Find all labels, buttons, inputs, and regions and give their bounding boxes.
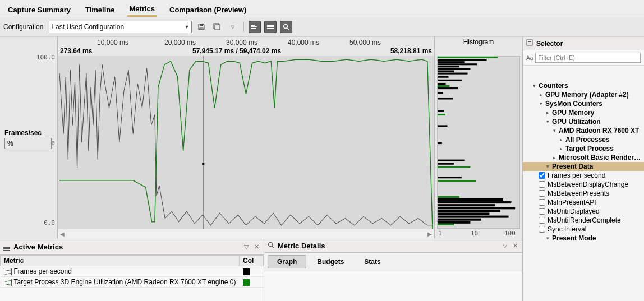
frames-label: Frames/sec xyxy=(4,128,52,138)
plot-zone[interactable]: 10,000 ms 20,000 ms 30,000 ms 40,000 ms … xyxy=(57,37,435,239)
svg-rect-28 xyxy=(438,201,511,203)
svg-rect-1 xyxy=(200,24,203,26)
tree-item-present-mode[interactable]: ▾Present Mode xyxy=(523,234,644,243)
hist-tick: 100 xyxy=(504,230,516,237)
histogram-canvas[interactable] xyxy=(437,56,520,229)
tree-item-sync-interval[interactable]: Sync Interval xyxy=(523,225,644,234)
table-row[interactable]: Target Process 3D Engine Utilization (AM… xyxy=(1,277,264,288)
svg-rect-27 xyxy=(438,198,503,201)
histogram-x-axis: 1 10 100 xyxy=(437,230,520,238)
save-all-icon[interactable] xyxy=(211,21,223,33)
col-color[interactable]: Col xyxy=(240,256,264,266)
col-metric[interactable]: Metric xyxy=(1,256,240,266)
tree-item-fps[interactable]: Frames per second xyxy=(523,171,644,180)
tree-item-counters[interactable]: ▾Counters xyxy=(523,81,644,90)
active-metrics-panel: Active Metrics ▽ ✕ Metric Col Frame xyxy=(0,239,264,301)
panel-menu-icon[interactable]: ▽ xyxy=(502,242,508,249)
tree-item-ms-between-presents[interactable]: MsBetweenPresents xyxy=(523,189,644,198)
tab-capture-summary[interactable]: Capture Summary xyxy=(6,3,73,16)
config-toolbar: Configuration Last Used Configuration ▼ … xyxy=(0,17,644,37)
panel-title: Metric Details xyxy=(278,242,325,250)
series-icon xyxy=(4,279,12,286)
panel-title: Active Metrics xyxy=(13,243,63,251)
tree-item-present-data[interactable]: ▾Present Data xyxy=(523,162,644,171)
checkbox[interactable] xyxy=(539,199,545,206)
caret-down-icon: ▾ xyxy=(545,164,550,169)
config-select[interactable]: Last Used Configuration ▼ xyxy=(49,21,192,33)
x-tick: 50,000 ms xyxy=(349,39,381,47)
sub-tab-stats[interactable]: Stats xyxy=(355,255,390,268)
tree-item-ms-basic-render[interactable]: ▸Microsoft Basic Render Driver xyxy=(523,153,644,162)
save-icon[interactable] xyxy=(195,21,208,33)
panel-menu-icon[interactable]: ▽ xyxy=(243,243,250,251)
caret-down-icon: ▾ xyxy=(539,101,543,106)
active-metrics-table: Metric Col Frames per second Target Proc… xyxy=(0,255,264,288)
filter-input[interactable] xyxy=(535,53,641,63)
svg-rect-13 xyxy=(438,70,454,72)
tree-item-sysmon[interactable]: ▾SysMon Counters xyxy=(523,99,644,108)
tab-metrics[interactable]: Metrics xyxy=(127,2,158,17)
h-scrollbar[interactable]: ◀ ▶ xyxy=(58,229,434,239)
svg-rect-35 xyxy=(438,221,470,224)
selector-title: Selector xyxy=(536,40,563,48)
svg-rect-39 xyxy=(438,166,470,168)
search-icon[interactable] xyxy=(280,21,292,33)
list-icon xyxy=(3,242,10,252)
svg-rect-21 xyxy=(438,110,444,112)
tab-comparison[interactable]: Comparison (Preview) xyxy=(167,3,249,16)
checkbox[interactable] xyxy=(539,190,545,197)
checkbox[interactable] xyxy=(539,217,545,224)
svg-rect-15 xyxy=(438,76,448,78)
svg-rect-23 xyxy=(438,142,442,144)
histogram-title: Histogram xyxy=(435,37,522,47)
tree-item-ms-between-display[interactable]: MsBetweenDisplayChange xyxy=(523,180,644,189)
tree-item-gpu-memory-adapter[interactable]: ▸GPU Memory (Adapter #2) xyxy=(523,90,644,99)
tree-item-amd-radeon[interactable]: ▾AMD Radeon RX 7600 XT xyxy=(523,126,644,135)
tree-item-all-processes[interactable]: ▸All Processes xyxy=(523,135,644,144)
tree-item-ms-until-render[interactable]: MsUntilRenderComplete xyxy=(523,216,644,225)
view-chart-icon[interactable] xyxy=(249,21,261,33)
stamp-left: 273.64 ms xyxy=(60,47,92,55)
view-list-icon[interactable] xyxy=(264,21,277,33)
svg-rect-45 xyxy=(527,40,532,45)
svg-rect-42 xyxy=(438,224,454,225)
tab-timeline[interactable]: Timeline xyxy=(83,3,117,16)
selector-tree: ▾Counters ▸GPU Memory (Adapter #2) ▾SysM… xyxy=(523,66,644,301)
caret-down-icon: ▾ xyxy=(552,128,556,133)
color-swatch xyxy=(243,279,250,286)
svg-rect-14 xyxy=(438,73,468,75)
top-tabs: Capture Summary Timeline Metrics Compari… xyxy=(0,0,644,17)
tree-item-ms-until-displayed[interactable]: MsUntilDisplayed xyxy=(523,207,644,216)
svg-rect-17 xyxy=(438,83,446,85)
checkbox[interactable] xyxy=(539,208,545,215)
svg-point-43 xyxy=(269,243,273,247)
scroll-left-icon[interactable]: ◀ xyxy=(59,231,66,237)
checkbox[interactable] xyxy=(539,172,545,179)
svg-line-44 xyxy=(272,246,274,248)
tree-item-gpu-utilization[interactable]: ▾GPU Utilization xyxy=(523,117,644,126)
caret-down-icon: ▾ xyxy=(545,119,550,124)
svg-point-4 xyxy=(284,25,288,29)
y-axis-zone: 100.0 50.0 0.0 Frames/sec % xyxy=(0,37,57,239)
tree-item-target-process[interactable]: ▸Target Process xyxy=(523,144,644,153)
table-row[interactable]: Frames per second xyxy=(1,266,264,277)
tree-item-ms-in-present-api[interactable]: MsInPresentAPI xyxy=(523,198,644,207)
sub-tab-graph[interactable]: Graph xyxy=(268,255,306,268)
metric-details-panel: Metric Details ▽ ✕ Graph Budgets Stats xyxy=(264,239,522,301)
svg-rect-24 xyxy=(438,160,465,161)
detail-sub-tabs: Graph Budgets Stats xyxy=(264,253,522,271)
x-tick: 40,000 ms xyxy=(288,39,319,47)
tree-item-gpu-memory[interactable]: ▸GPU Memory xyxy=(523,108,644,117)
sub-tab-budgets[interactable]: Budgets xyxy=(307,255,353,268)
match-case-icon[interactable]: Aa xyxy=(526,55,533,61)
svg-rect-3 xyxy=(215,25,220,30)
config-selected-text: Last Used Configuration xyxy=(52,23,124,31)
scroll-right-icon[interactable]: ▶ xyxy=(426,231,433,237)
panel-close-icon[interactable]: ✕ xyxy=(512,242,519,249)
caret-down-icon: ▾ xyxy=(545,235,550,241)
checkbox[interactable] xyxy=(539,226,545,233)
checkbox[interactable] xyxy=(539,181,545,188)
dropdown-icon[interactable]: ▽ xyxy=(227,21,239,33)
plot-canvas[interactable] xyxy=(58,56,434,229)
panel-close-icon[interactable]: ✕ xyxy=(253,243,260,251)
